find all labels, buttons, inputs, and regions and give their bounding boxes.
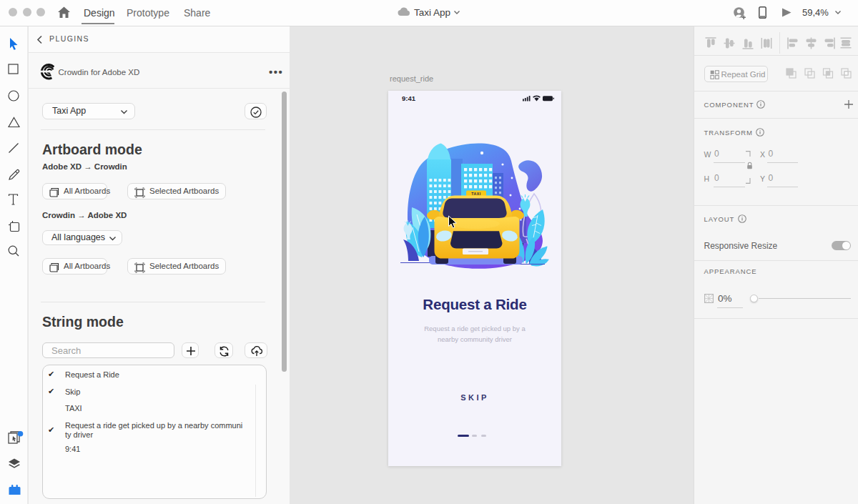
svg-text:TAXI: TAXI xyxy=(471,192,480,196)
